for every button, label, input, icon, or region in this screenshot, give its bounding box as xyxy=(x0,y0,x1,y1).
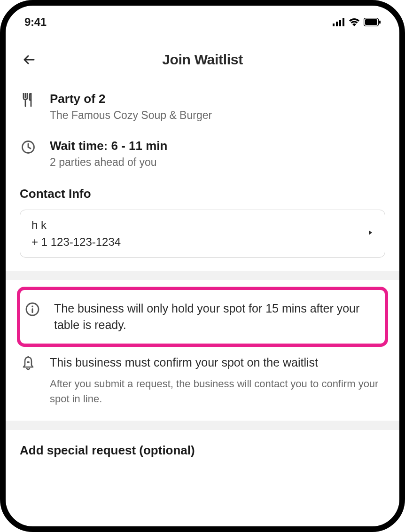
svg-point-9 xyxy=(31,305,33,307)
svg-rect-12 xyxy=(27,361,30,363)
restaurant-name: The Famous Cozy Soup & Burger xyxy=(50,109,385,122)
contact-phone: + 1 123-123-1234 xyxy=(31,235,121,249)
device-frame: 9:41 Join Waitlist Party of 2 The xyxy=(0,0,405,532)
svg-rect-11 xyxy=(28,356,29,358)
wait-time-label: Wait time: 6 - 11 min xyxy=(50,139,385,153)
hold-notice-text: The business will only hold your spot fo… xyxy=(54,300,381,333)
section-divider xyxy=(6,271,399,280)
arrow-left-icon xyxy=(22,53,36,67)
info-icon xyxy=(24,300,41,317)
status-indicators xyxy=(333,18,381,26)
page-header: Join Waitlist xyxy=(6,34,399,83)
contact-name: h k xyxy=(31,219,121,232)
svg-rect-2 xyxy=(339,20,341,26)
back-button[interactable] xyxy=(20,50,39,69)
wifi-icon xyxy=(349,18,360,26)
party-row: Party of 2 The Famous Cozy Soup & Burger xyxy=(20,83,385,130)
cellular-signal-icon xyxy=(333,18,345,26)
confirm-notice-row: This business must confirm your spot on … xyxy=(20,353,385,411)
svg-rect-0 xyxy=(333,23,335,26)
utensils-icon xyxy=(20,92,37,107)
section-divider xyxy=(6,421,399,430)
contact-section-label: Contact Info xyxy=(20,187,385,201)
confirm-notice-title: This business must confirm your spot on … xyxy=(50,354,385,371)
content-area: Party of 2 The Famous Cozy Soup & Burger… xyxy=(6,83,399,458)
bell-icon xyxy=(20,354,37,372)
special-request-label: Add special request (optional) xyxy=(20,443,385,458)
caret-right-icon xyxy=(368,229,374,238)
battery-icon xyxy=(364,18,381,26)
svg-rect-5 xyxy=(365,19,377,25)
page-title: Join Waitlist xyxy=(162,52,243,68)
svg-rect-1 xyxy=(336,22,338,26)
party-size-label: Party of 2 xyxy=(50,92,385,106)
status-bar: 9:41 xyxy=(6,6,399,34)
contact-info-card[interactable]: h k + 1 123-123-1234 xyxy=(20,210,385,258)
clock-icon xyxy=(20,139,37,154)
wait-time-row: Wait time: 6 - 11 min 2 parties ahead of… xyxy=(20,130,385,177)
hold-notice-row: The business will only hold your spot fo… xyxy=(24,296,381,338)
confirm-notice-sub: After you submit a request, the business… xyxy=(50,376,385,407)
svg-rect-6 xyxy=(379,21,381,24)
svg-rect-10 xyxy=(32,308,33,313)
status-time: 9:41 xyxy=(24,16,47,29)
svg-rect-3 xyxy=(343,18,344,26)
parties-ahead-label: 2 parties ahead of you xyxy=(50,156,385,169)
highlighted-notice: The business will only hold your spot fo… xyxy=(17,287,388,347)
